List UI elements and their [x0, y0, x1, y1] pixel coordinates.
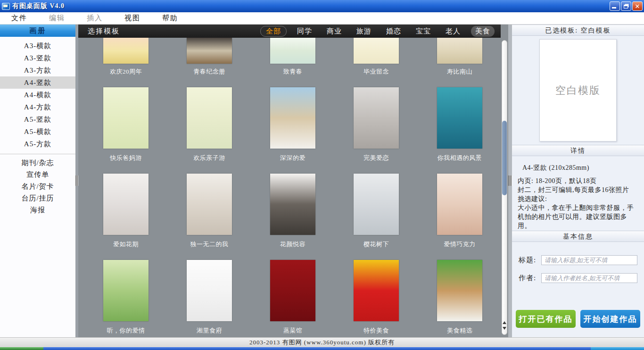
sidebar-item-A3-横款[interactable]: A3-横款 [0, 40, 75, 52]
template-row: 爱如花期独一无二的我花颜悦容樱花树下爱情巧克力 [103, 174, 501, 249]
sidebar-item-A5-竖款[interactable]: A5-竖款 [0, 113, 75, 125]
template-label: 花颜悦容 [270, 240, 315, 249]
sidebar-item-A5-横款[interactable]: A5-横款 [0, 125, 75, 138]
scroll-up-icon[interactable] [503, 321, 506, 324]
menu-item-文件[interactable]: 文件 [7, 13, 32, 24]
app-window: 有图桌面版 V4.0 ✕ 文件编辑插入视图帮助 画册 A3-横款A3-竖款A3-… [0, 0, 644, 350]
open-existing-work-button[interactable]: 打开已有作品 [516, 310, 576, 328]
taskbar-start-segment[interactable] [0, 347, 43, 350]
sidebar-item-A4-方款[interactable]: A4-方款 [0, 101, 75, 113]
template-card-你我相遇的风景[interactable]: 你我相遇的风景 [437, 87, 482, 162]
tab-宝宝[interactable]: 宝宝 [412, 26, 435, 37]
menu-item-编辑[interactable]: 编辑 [44, 13, 70, 24]
template-card-毕业留念[interactable]: 毕业留念 [354, 38, 399, 76]
taskbar-window-segment[interactable] [43, 347, 591, 350]
template-card-听，你的爱情[interactable]: 听，你的爱情 [103, 260, 149, 335]
template-card-樱花树下[interactable]: 樱花树下 [354, 174, 399, 249]
sidebar-item-期刊/杂志[interactable]: 期刊/杂志 [0, 157, 75, 169]
template-thumbnail[interactable] [354, 174, 399, 235]
tab-婚恋[interactable]: 婚恋 [382, 26, 405, 37]
sidebar-item-A3-竖款[interactable]: A3-竖款 [0, 52, 75, 64]
template-card-爱如花期[interactable]: 爱如花期 [103, 174, 149, 249]
menu-item-帮助[interactable]: 帮助 [157, 13, 183, 24]
template-thumbnail[interactable] [187, 38, 232, 64]
template-thumbnail[interactable] [437, 174, 482, 235]
scrollbar-thumb[interactable] [502, 121, 507, 195]
template-thumbnail[interactable] [103, 87, 149, 149]
sidebar-item-海报[interactable]: 海报 [0, 204, 75, 216]
splitter-grip-icon[interactable] [508, 175, 512, 186]
author-input[interactable] [541, 273, 637, 283]
template-thumbnail[interactable] [187, 260, 232, 321]
selected-template-header: 已选模板: 空白模板 [512, 25, 644, 36]
scrollbar-track[interactable] [502, 40, 507, 335]
sidebar-item-台历/挂历[interactable]: 台历/挂历 [0, 192, 75, 204]
template-thumbnail[interactable] [437, 260, 482, 321]
taskbar-tray-segment[interactable] [591, 347, 644, 350]
template-card-湘里食府[interactable]: 湘里食府 [187, 260, 232, 335]
blank-template-label: 空白模版 [555, 83, 601, 98]
template-thumbnail[interactable] [354, 87, 399, 149]
sidebar-item-A4-横款[interactable]: A4-横款 [0, 89, 75, 101]
template-grid: 欢庆20周年青春纪念册致青春毕业留念寿比南山快乐爸妈游欢乐亲子游深深的爱完美爱恋… [78, 38, 501, 337]
sidebar-item-宣传单[interactable]: 宣传单 [0, 169, 75, 181]
minimize-button[interactable] [610, 1, 620, 11]
template-card-爱情巧克力[interactable]: 爱情巧克力 [437, 174, 482, 249]
template-thumbnail[interactable] [354, 38, 399, 64]
template-card-独一无二的我[interactable]: 独一无二的我 [187, 174, 232, 249]
template-label: 欢庆20周年 [103, 67, 149, 76]
template-card-致青春[interactable]: 致青春 [270, 38, 315, 76]
template-thumbnail[interactable] [187, 174, 232, 235]
minimize-icon [612, 7, 616, 8]
template-thumbnail[interactable] [103, 174, 149, 235]
template-preview-card: 空白模版 [539, 39, 617, 142]
template-thumbnail[interactable] [103, 260, 149, 321]
sidebar-item-A3-方款[interactable]: A3-方款 [0, 64, 75, 76]
tab-美食[interactable]: 美食 [471, 26, 495, 37]
template-thumbnail[interactable] [437, 38, 482, 64]
menu-item-视图[interactable]: 视图 [120, 13, 145, 24]
tab-老人[interactable]: 老人 [441, 26, 465, 37]
template-card-美食精选[interactable]: 美食精选 [437, 260, 482, 335]
template-card-特价美食[interactable]: 特价美食 [354, 260, 399, 335]
template-card-欢庆20周年[interactable]: 欢庆20周年 [103, 38, 149, 76]
details-header: 详情 [512, 145, 644, 156]
template-thumbnail[interactable] [354, 260, 399, 321]
title-bar[interactable]: 有图桌面版 V4.0 ✕ [0, 0, 644, 12]
template-card-快乐爸妈游[interactable]: 快乐爸妈游 [103, 87, 149, 162]
tab-商业[interactable]: 商业 [322, 26, 346, 37]
panel-splitter[interactable] [508, 25, 512, 337]
template-card-深深的爱[interactable]: 深深的爱 [270, 87, 315, 162]
template-card-蒸菜馆[interactable]: 蒸菜馆 [270, 260, 315, 335]
template-card-欢乐亲子游[interactable]: 欢乐亲子游 [187, 87, 232, 162]
splitter-grip-icon[interactable] [75, 175, 78, 186]
tab-全部[interactable]: 全部 [260, 26, 287, 37]
template-thumbnail[interactable] [270, 38, 315, 64]
template-card-花颜悦容[interactable]: 花颜悦容 [270, 174, 315, 249]
sidebar-item-名片/贺卡[interactable]: 名片/贺卡 [0, 181, 75, 192]
template-thumbnail[interactable] [103, 38, 149, 64]
template-card-青春纪念册[interactable]: 青春纪念册 [187, 38, 232, 76]
sidebar-item-A5-方款[interactable]: A5-方款 [0, 138, 75, 150]
scroll-down-icon[interactable] [503, 327, 506, 330]
tab-同学[interactable]: 同学 [293, 26, 316, 37]
template-card-完美爱恋[interactable]: 完美爱恋 [354, 87, 399, 162]
template-label: 美食精选 [437, 326, 482, 335]
sidebar-item-A4-竖款[interactable]: A4-竖款 [0, 76, 75, 89]
menu-bar: 文件编辑插入视图帮助 [0, 12, 644, 25]
tab-旅游[interactable]: 旅游 [352, 26, 376, 37]
restore-icon [624, 5, 628, 8]
template-thumbnail[interactable] [270, 174, 315, 235]
create-work-button[interactable]: 开始创建作品 [580, 310, 640, 328]
title-input[interactable] [541, 255, 637, 265]
template-thumbnail[interactable] [437, 87, 482, 149]
menu-item-插入[interactable]: 插入 [82, 13, 107, 24]
template-thumbnail[interactable] [270, 260, 315, 321]
sidebar-splitter[interactable] [75, 25, 78, 337]
template-thumbnail[interactable] [187, 87, 232, 149]
template-card-寿比南山[interactable]: 寿比南山 [437, 38, 482, 76]
template-thumbnail[interactable] [270, 87, 315, 149]
restore-button[interactable] [621, 1, 631, 11]
close-button[interactable]: ✕ [632, 1, 643, 11]
vertical-scrollbar[interactable] [501, 25, 508, 337]
